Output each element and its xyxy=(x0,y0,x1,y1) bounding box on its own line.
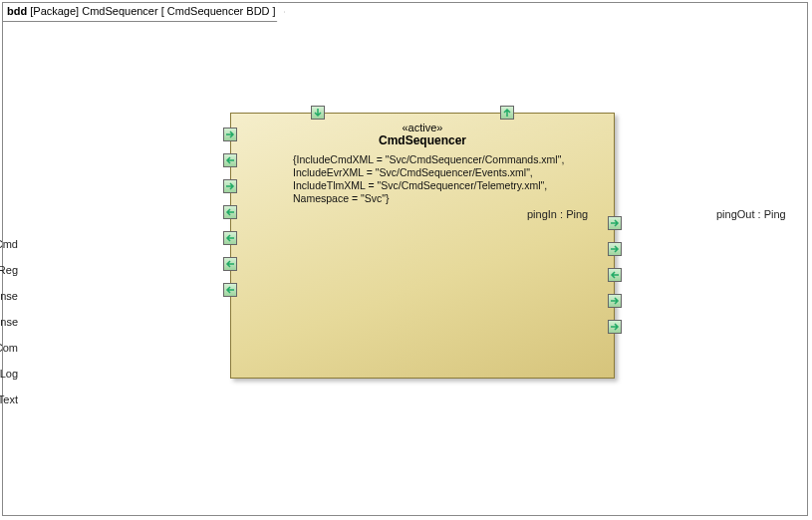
frame-suffix: [ CmdSequencer BDD ] xyxy=(161,5,276,17)
port-label: LogText : LogText xyxy=(0,393,18,405)
arrow-up-icon xyxy=(501,107,513,119)
port-label: cmdIn : Cmd xyxy=(0,238,18,250)
frame-title-tab: bdd [Package] CmdSequencer [ CmdSequence… xyxy=(2,2,285,22)
port-pingout[interactable] xyxy=(500,106,514,120)
port-label: cmdResponseIn : CmdResponse xyxy=(0,290,18,302)
frame-name: CmdSequencer xyxy=(82,5,157,17)
port-cmdresponsein[interactable] xyxy=(223,179,237,193)
block-prop-line: Namespace = "Svc"} xyxy=(293,192,564,205)
port-label: cmdResponseOut : CmdResponse xyxy=(0,316,18,328)
port-label: pingOut : Ping xyxy=(716,208,786,220)
block-stereotype: «active» xyxy=(231,122,614,133)
block-prop-line: {IncludeCmdXML = "Svc/CmdSequencer/Comma… xyxy=(293,153,564,166)
port-logout[interactable] xyxy=(223,257,237,271)
port-seqdone[interactable] xyxy=(608,242,622,256)
block-prop-line: IncludeEvrXML = "Svc/CmdSequencer/Events… xyxy=(293,166,564,179)
frame-kind: [Package] xyxy=(30,5,79,17)
arrow-left-icon xyxy=(224,206,236,218)
port-seqrunin[interactable] xyxy=(608,268,622,282)
port-pingin[interactable] xyxy=(311,106,325,120)
block-title: «active» CmdSequencer xyxy=(231,122,614,147)
block-name: CmdSequencer xyxy=(231,133,614,147)
port-timecaller[interactable] xyxy=(608,294,622,308)
arrow-right-icon xyxy=(609,243,621,255)
arrow-left-icon xyxy=(609,269,621,281)
arrow-left-icon xyxy=(224,232,236,244)
diagram-frame: bdd [Package] CmdSequencer [ CmdSequence… xyxy=(2,2,808,516)
arrow-right-icon xyxy=(609,217,621,229)
block-prop-line: IncludeTlmXML = "Svc/CmdSequencer/Teleme… xyxy=(293,179,564,192)
port-tlmout[interactable] xyxy=(608,320,622,334)
port-logtext[interactable] xyxy=(223,283,237,297)
frame-prefix: bdd xyxy=(7,5,27,17)
arrow-right-icon xyxy=(609,295,621,307)
arrow-left-icon xyxy=(224,154,236,166)
port-comcmdout[interactable] xyxy=(223,231,237,245)
arrow-down-icon xyxy=(312,107,324,119)
port-label: pingIn : Ping xyxy=(527,208,588,220)
port-cmdresponseout[interactable] xyxy=(223,205,237,219)
arrow-right-icon xyxy=(224,129,236,140)
port-label: cmdRegOut : CmdReg xyxy=(0,264,18,276)
block-cmdsequencer[interactable]: «active» CmdSequencer {IncludeCmdXML = "… xyxy=(230,113,615,379)
port-schedin[interactable] xyxy=(608,216,622,230)
arrow-left-icon xyxy=(224,258,236,270)
port-cmdin[interactable] xyxy=(223,128,237,141)
port-cmdregout[interactable] xyxy=(223,153,237,167)
port-label: comCmdOut : Com xyxy=(0,342,18,354)
arrow-right-icon xyxy=(609,321,621,333)
port-label: logOut : Log xyxy=(0,368,18,380)
arrow-left-icon xyxy=(224,284,236,296)
block-properties: {IncludeCmdXML = "Svc/CmdSequencer/Comma… xyxy=(293,153,564,205)
arrow-right-icon xyxy=(224,180,236,192)
